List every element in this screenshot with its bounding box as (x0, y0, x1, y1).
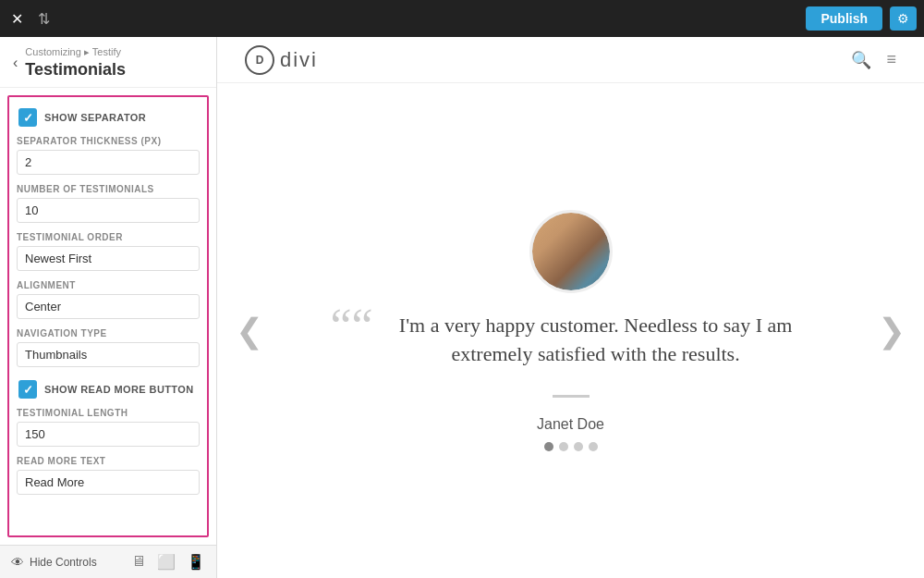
breadcrumb: Customizing ▸ Testify (25, 46, 203, 58)
hide-controls-label: Hide Controls (30, 556, 97, 569)
close-icon[interactable]: ✕ (7, 6, 27, 31)
separator-thickness-label: Separator Thickness (PX) (17, 136, 200, 146)
menu-icon[interactable]: ≡ (886, 50, 896, 70)
preview-top-icons: 🔍 ≡ (851, 50, 896, 70)
testimonial-area: ““ I'm a very happy customer. Needless t… (217, 83, 924, 578)
sidebar: ‹ Customizing ▸ Testify Testimonials ✓ S… (0, 37, 217, 578)
dot-1[interactable] (544, 442, 553, 451)
read-more-text-row: Read More Text (17, 456, 200, 495)
mobile-icon[interactable]: 📱 (187, 553, 205, 571)
alignment-input[interactable] (17, 294, 200, 319)
num-testimonials-input[interactable] (17, 198, 200, 223)
testimonial-order-label: Testimonial Order (17, 232, 200, 242)
bottom-bar: 👁 Hide Controls 🖥 ⬜ 📱 (0, 545, 216, 578)
divi-logo-letter: D (256, 54, 264, 67)
navigation-type-row: Navigation Type (17, 328, 200, 367)
alignment-row: Alignment (17, 280, 200, 319)
divi-logo-text: divi (280, 48, 318, 72)
testimonial-quote: ““ I'm a very happy customer. Needless t… (331, 312, 811, 369)
preview-top-bar: D divi 🔍 ≡ (217, 37, 924, 83)
navigation-type-input[interactable] (17, 342, 200, 367)
nav-prev-button[interactable]: ❮ (236, 312, 263, 350)
testimonial-order-row: Testimonial Order (17, 232, 200, 271)
show-separator-checkbox[interactable]: ✓ (18, 108, 37, 127)
sidebar-title: Testimonials (25, 60, 203, 80)
back-button[interactable]: ‹ (13, 55, 18, 71)
top-bar: ✕ ⇅ Publish ⚙ (0, 0, 924, 37)
main-layout: ‹ Customizing ▸ Testify Testimonials ✓ S… (0, 37, 924, 578)
testimonial-name: Janet Doe (537, 416, 604, 433)
read-more-text-input[interactable] (17, 470, 200, 495)
divi-logo: D divi (245, 45, 318, 75)
separator-thickness-row: Separator Thickness (PX) (17, 136, 200, 175)
alignment-label: Alignment (17, 280, 200, 290)
testimonial-length-input[interactable] (17, 422, 200, 447)
quote-mark-icon: ““ (331, 312, 373, 340)
device-icons: 🖥 ⬜ 📱 (131, 553, 205, 571)
divi-logo-circle: D (245, 45, 274, 75)
sidebar-header: ‹ Customizing ▸ Testify Testimonials (0, 37, 216, 88)
testimonial-avatar (529, 210, 613, 293)
separator-thickness-input[interactable] (17, 150, 200, 175)
testimonial-separator (553, 395, 590, 398)
search-icon[interactable]: 🔍 (851, 50, 871, 70)
checkmark-icon-2: ✓ (23, 383, 33, 397)
num-testimonials-row: Number of Testimonials (17, 184, 200, 223)
settings-panel: ✓ Show Separator Separator Thickness (PX… (7, 95, 209, 537)
desktop-icon[interactable]: 🖥 (131, 553, 146, 571)
testimonial-length-label: Testimonial Length (17, 408, 200, 418)
show-separator-row: ✓ Show Separator (17, 105, 200, 130)
dot-4[interactable] (589, 442, 598, 451)
num-testimonials-label: Number of Testimonials (17, 184, 200, 194)
navigation-type-label: Navigation Type (17, 328, 200, 338)
dot-3[interactable] (574, 442, 583, 451)
avatar-image (532, 213, 610, 290)
hide-controls-button[interactable]: 👁 Hide Controls (11, 555, 97, 570)
checkmark-icon: ✓ (23, 111, 33, 125)
sidebar-header-content: Customizing ▸ Testify Testimonials (25, 46, 203, 80)
show-separator-label: Show Separator (44, 112, 146, 123)
dot-2[interactable] (559, 442, 568, 451)
testimonial-order-input[interactable] (17, 246, 200, 271)
testimonial-dots (544, 442, 598, 451)
preview-area: D divi 🔍 ≡ ““ I'm a very happy customer.… (217, 37, 924, 578)
tablet-icon[interactable]: ⬜ (157, 553, 176, 571)
show-read-more-row: ✓ Show Read More Button (17, 376, 200, 402)
show-read-more-checkbox[interactable]: ✓ (18, 380, 37, 399)
read-more-text-label: Read More Text (17, 456, 200, 466)
publish-button[interactable]: Publish (806, 6, 882, 31)
settings-button[interactable]: ⚙ (890, 6, 917, 31)
eye-icon: 👁 (11, 555, 24, 570)
nav-next-button[interactable]: ❯ (878, 312, 906, 350)
show-read-more-label: Show Read More Button (44, 384, 194, 395)
testimonial-text-content: I'm a very happy customer. Needless to s… (399, 314, 793, 365)
history-arrows-icon[interactable]: ⇅ (34, 6, 54, 31)
testimonial-length-row: Testimonial Length (17, 408, 200, 447)
